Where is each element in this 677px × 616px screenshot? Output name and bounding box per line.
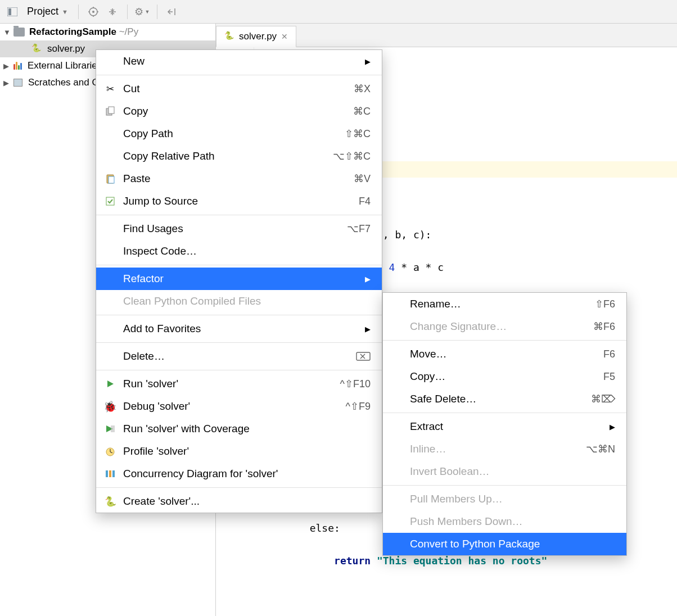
menu-copy2[interactable]: Copy…F5 [383,365,626,388]
menu-find-usages[interactable]: Find Usages⌥F7 [96,218,382,240]
menu-refactor[interactable]: Refactor▶ [96,268,382,290]
menu-rename[interactable]: Rename…⇧F6 [383,293,626,315]
menu-copy-path[interactable]: Copy Path⇧⌘C [96,123,382,145]
menu-delete[interactable]: Delete… [96,345,382,368]
folder-icon [13,28,25,37]
menu-inline: Inline…⌥⌘N [383,438,626,460]
coverage-icon [104,423,116,435]
hide-icon[interactable] [164,4,180,20]
tab-solver[interactable]: solver.py ✕ [216,26,296,47]
gear-icon[interactable]: ⚙▼ [134,4,150,20]
close-icon[interactable]: ✕ [281,32,288,41]
refactor-submenu: Rename…⇧F6 Change Signature…⌘F6 Move…F6 … [382,292,627,556]
menu-convert-package[interactable]: Convert to Python Package [383,533,626,555]
toolbar: Project ▼ ⚙▼ [0,0,677,24]
menu-clean-compiled: Clean Python Compiled Files [96,290,382,312]
menu-invert-boolean: Invert Boolean… [383,460,626,483]
menu-cut[interactable]: ✂Cut⌘X [96,78,382,100]
chevron-down-icon: ▼ [62,8,68,15]
chevron-right-icon: ▶ [355,275,371,283]
menu-extract[interactable]: Extract▶ [383,415,626,438]
svg-rect-23 [111,425,115,432]
menu-new[interactable]: New▶ [96,50,382,73]
chevron-right-icon: ▶ [3,79,11,87]
target-icon[interactable] [85,4,101,20]
project-label: Project [27,6,58,17]
tab-title: solver.py [239,31,277,42]
jump-icon [104,195,116,207]
menu-add-favorites[interactable]: Add to Favorites▶ [96,318,382,340]
collapse-icon[interactable] [105,4,120,20]
svg-rect-14 [109,107,114,114]
menu-concurrency[interactable]: Concurrency Diagram for 'solver' [96,463,382,485]
svg-rect-1 [8,8,11,15]
menu-paste[interactable]: Paste⌘V [96,167,382,190]
clock-icon [104,445,116,458]
root-name: RefactoringSample [29,26,116,37]
menu-push-down: Push Members Down… [383,510,626,533]
chevron-right-icon: ▶ [355,325,371,333]
menu-coverage[interactable]: Run 'solver' with Coverage [96,418,382,440]
project-dropdown[interactable]: Project ▼ [24,6,71,17]
menu-inspect-code[interactable]: Inspect Code… [96,240,382,262]
delete-icon [340,351,371,361]
file-name: solver.py [44,43,85,55]
project-pane-icon[interactable] [4,4,20,20]
chevron-right-icon: ▶ [355,57,371,66]
diagram-icon [104,468,116,480]
svg-rect-27 [106,470,108,477]
chevron-down-icon: ▼ [3,28,11,37]
tabbar: solver.py ✕ [216,24,677,47]
menu-profile[interactable]: Profile 'solver' [96,440,382,463]
context-menu: New▶ ✂Cut⌘X Copy⌘C Copy Path⇧⌘C Copy Rel… [96,49,382,513]
root-path: ~/Py [119,26,139,37]
menu-debug[interactable]: 🐞Debug 'solver'^⇧F9 [96,395,382,418]
svg-point-3 [92,11,94,13]
python-file-icon [224,31,234,42]
menu-pull-up: Pull Members Up… [383,488,626,510]
menu-copy-rel-path[interactable]: Copy Relative Path⌥⇧⌘C [96,145,382,167]
scratches-icon [13,79,22,87]
menu-copy[interactable]: Copy⌘C [96,100,382,123]
svg-rect-18 [356,352,370,360]
copy-icon [104,105,116,117]
python-file-icon [31,44,42,54]
scissors-icon: ✂ [104,83,116,95]
menu-change-signature: Change Signature…⌘F6 [383,315,626,338]
ext-libs-label: External Libraries [24,60,102,71]
svg-rect-16 [109,176,114,183]
menu-create[interactable]: 🐍Create 'solver'... [96,490,382,513]
tree-root[interactable]: ▼ RefactoringSample ~/Py [0,24,215,40]
play-icon [104,378,116,390]
menu-safe-delete[interactable]: Safe Delete…⌘⌦ [383,388,626,410]
paste-icon [104,173,116,185]
menu-move[interactable]: Move…F6 [383,343,626,365]
svg-rect-17 [106,197,114,205]
menu-jump-source[interactable]: Jump to SourceF4 [96,190,382,212]
svg-rect-28 [109,470,111,477]
python-icon: 🐍 [104,495,116,508]
bug-icon: 🐞 [104,400,116,413]
chevron-right-icon: ▶ [599,423,615,431]
libraries-icon [13,62,22,70]
chevron-right-icon: ▶ [3,62,11,70]
svg-rect-29 [112,470,115,477]
svg-marker-21 [107,381,114,387]
menu-run[interactable]: Run 'solver'^⇧F10 [96,373,382,395]
